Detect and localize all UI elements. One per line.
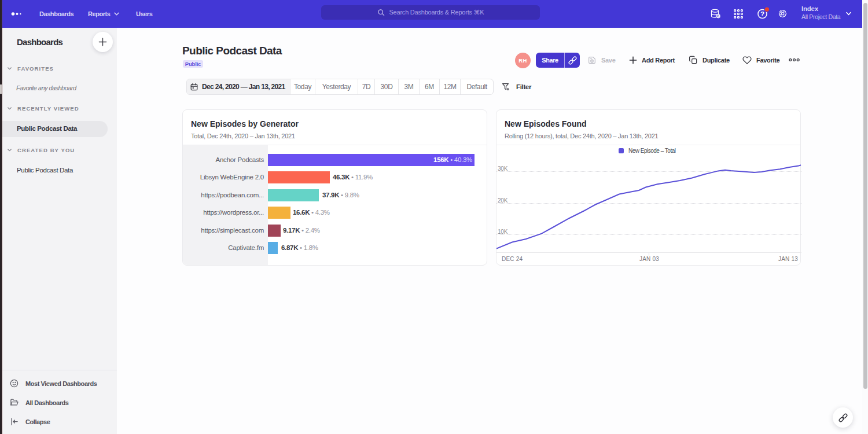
svg-text:?: ?	[760, 10, 764, 17]
